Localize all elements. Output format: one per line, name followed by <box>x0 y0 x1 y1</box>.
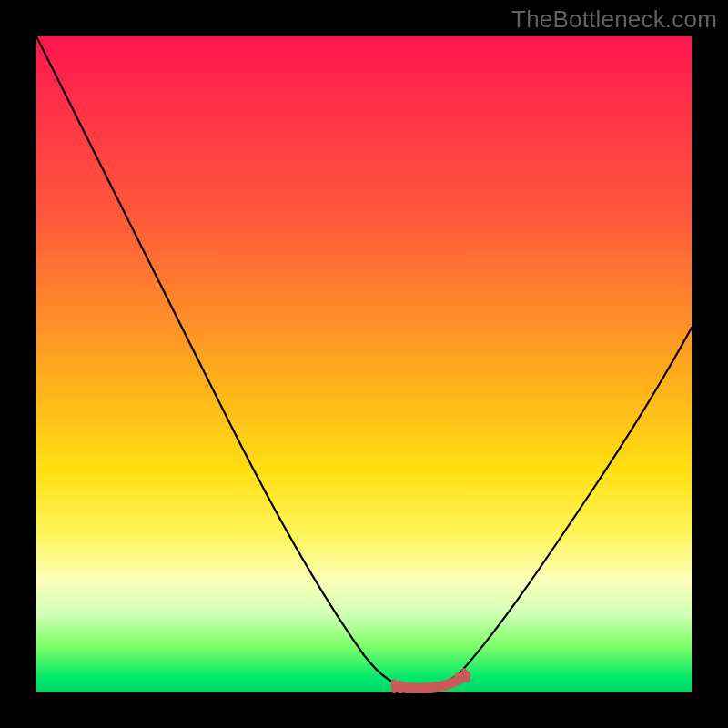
chart-frame: TheBottleneck.com <box>0 0 728 728</box>
curve-overlay <box>36 36 692 692</box>
highlight-nub-right <box>464 671 468 680</box>
watermark-text: TheBottleneck.com <box>511 5 717 34</box>
bottleneck-curve <box>36 36 692 687</box>
